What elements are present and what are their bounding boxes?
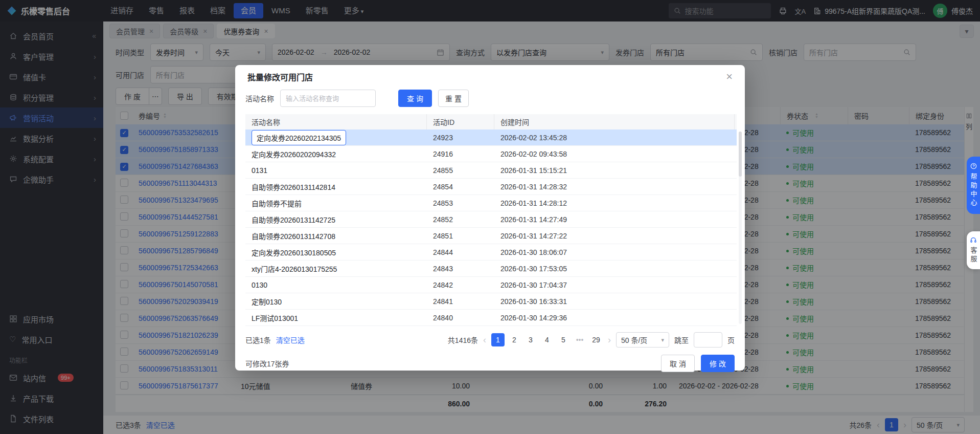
- help-center-tab[interactable]: 帮助中心: [967, 157, 980, 214]
- activity-id: 24855: [427, 166, 494, 175]
- page-button[interactable]: 5: [557, 333, 570, 346]
- activity-id: 24842: [427, 281, 494, 289]
- activity-name: 定向发券20260202134305: [252, 130, 346, 145]
- activity-name: 定向发券20260130180505: [252, 249, 336, 257]
- activity-name: 定向发券20260202094332: [252, 150, 336, 159]
- activity-row[interactable]: 自助领券不提前 24853 2026-01-31 14:28:12: [245, 195, 737, 211]
- activity-table-body: 定向发券20260202134305 24923 2026-02-02 13:4…: [245, 129, 737, 326]
- modal-actions-row: 可修改17张券 取 消 修 改: [235, 348, 745, 372]
- activity-name: 定制0130: [252, 298, 282, 306]
- activity-row[interactable]: 定向发券20260130180505 24844 2026-01-30 18:0…: [245, 244, 737, 261]
- modal-clear-selection-link[interactable]: 清空已选: [276, 335, 305, 345]
- activity-name: 0130: [252, 281, 267, 289]
- page-button[interactable]: 3: [524, 333, 537, 346]
- reset-button[interactable]: 重 置: [438, 90, 469, 107]
- activity-id: 24844: [427, 248, 494, 256]
- activity-created: 2026-02-02 13:45:28: [494, 134, 735, 142]
- activity-created: 2026-01-30 17:53:05: [494, 265, 735, 273]
- activity-created: 2026-01-31 15:15:21: [494, 166, 735, 175]
- activity-created: 2026-01-31 14:27:49: [494, 215, 735, 224]
- customer-service-label: 客服: [969, 247, 978, 264]
- activity-id: 24923: [427, 134, 494, 142]
- activity-created: 2026-01-31 14:28:12: [494, 199, 735, 207]
- activity-id: 24854: [427, 183, 494, 191]
- activity-row[interactable]: xty门店4-20260130175255 24843 2026-01-30 1…: [245, 261, 737, 277]
- activity-id: 24841: [427, 297, 494, 306]
- modal-title: 批量修改可用门店: [247, 71, 313, 83]
- activity-row[interactable]: 自助领券20260131142814 24854 2026-01-31 14:2…: [245, 179, 737, 195]
- activity-name: 自助领券20260131142814: [252, 183, 335, 191]
- screen: 乐檬零售后台 进销存零售报表档案会员WMS新零售更多 搜索功能 文A 99675…: [0, 0, 980, 434]
- scrollbar[interactable]: [739, 132, 742, 324]
- activity-created: 2026-01-31 14:28:32: [494, 183, 735, 191]
- page-button[interactable]: 4: [540, 333, 554, 346]
- page-button[interactable]: 1: [491, 333, 505, 346]
- modal-selected-count: 已选1条: [245, 335, 271, 345]
- activity-created: 2026-01-30 14:29:36: [494, 314, 735, 322]
- chevron-down-icon: [661, 337, 664, 343]
- activity-id: 24916: [427, 150, 494, 158]
- activity-id: 24852: [427, 215, 494, 224]
- activity-created: 2026-01-30 16:33:31: [494, 297, 735, 306]
- close-icon[interactable]: [726, 71, 733, 82]
- modal-total-count: 共1416条: [448, 335, 478, 345]
- activity-row[interactable]: 定向发券20260202134305 24923 2026-02-02 13:4…: [245, 129, 737, 146]
- activity-name: xty门店4-20260130175255: [252, 265, 337, 273]
- activity-row[interactable]: 自助领券20260131142708 24851 2026-01-31 14:2…: [245, 228, 737, 244]
- cancel-button[interactable]: 取 消: [661, 355, 695, 372]
- modal-page-size-select[interactable]: 50 条/页: [616, 332, 669, 348]
- activity-name-input[interactable]: [280, 90, 376, 107]
- modal-header: 批量修改可用门店: [235, 65, 745, 89]
- activity-created: 2026-02-02 09:43:58: [494, 150, 735, 158]
- editable-coupons-hint: 可修改17张券: [245, 358, 289, 368]
- jump-page-input[interactable]: [694, 332, 722, 348]
- next-page-icon[interactable]: [608, 335, 611, 345]
- activity-created: 2026-01-30 17:04:37: [494, 281, 735, 289]
- question-icon: [970, 163, 977, 169]
- page-button[interactable]: 29: [589, 333, 603, 346]
- activity-created: 2026-01-31 14:27:22: [494, 232, 735, 240]
- activity-name: 自助领券不提前: [252, 200, 302, 208]
- activity-row[interactable]: 0130 24842 2026-01-30 17:04:37: [245, 277, 737, 293]
- activity-row[interactable]: LF测试013001 24840 2026-01-30 14:29:36: [245, 310, 737, 326]
- headset-icon: [970, 236, 977, 244]
- query-button[interactable]: 查 询: [398, 90, 432, 107]
- modal-pagination: 共1416条 12345•••29 50 条/页 跳至 页: [448, 332, 735, 348]
- activity-id: 24853: [427, 199, 494, 207]
- modal-search-row: 活动名称 查 询 重 置: [235, 89, 745, 114]
- activity-id: 24843: [427, 265, 494, 273]
- activity-created: 2026-01-30 18:06:07: [494, 248, 735, 256]
- activity-table-header: 活动名称 活动ID 创建时间: [245, 114, 737, 129]
- help-center-label: 帮助中心: [969, 173, 978, 208]
- page-list: 12345•••29: [491, 333, 603, 346]
- activity-row[interactable]: 0131 24855 2026-01-31 15:15:21: [245, 162, 737, 179]
- page-button[interactable]: 2: [508, 333, 521, 346]
- scrollbar-thumb[interactable]: [739, 132, 742, 177]
- modal-pagination-row: 已选1条 清空已选 共1416条 12345•••29 50 条/页 跳至 页: [235, 326, 745, 348]
- activity-id: 24840: [427, 314, 494, 322]
- activity-name: LF测试013001: [252, 314, 298, 322]
- activity-name: 0131: [252, 166, 267, 175]
- activity-table: 活动名称 活动ID 创建时间 定向发券20260202134305 24923 …: [245, 114, 737, 326]
- activity-row[interactable]: 定制0130 24841 2026-01-30 16:33:31: [245, 293, 737, 310]
- activity-row[interactable]: 自助领券20260131142725 24852 2026-01-31 14:2…: [245, 211, 737, 228]
- confirm-button[interactable]: 修 改: [701, 355, 735, 372]
- activity-name: 自助领券20260131142725: [252, 216, 335, 224]
- prev-page-icon[interactable]: [483, 335, 486, 345]
- batch-modify-stores-modal: 批量修改可用门店 活动名称 查 询 重 置 活动名称 活动ID 创建时间 定向发…: [235, 65, 745, 371]
- activity-row[interactable]: 定向发券20260202094332 24916 2026-02-02 09:4…: [245, 146, 737, 162]
- activity-id: 24851: [427, 232, 494, 240]
- activity-name: 自助领券20260131142708: [252, 232, 335, 241]
- page-button[interactable]: •••: [573, 333, 586, 346]
- customer-service-tab[interactable]: 客服: [967, 231, 980, 269]
